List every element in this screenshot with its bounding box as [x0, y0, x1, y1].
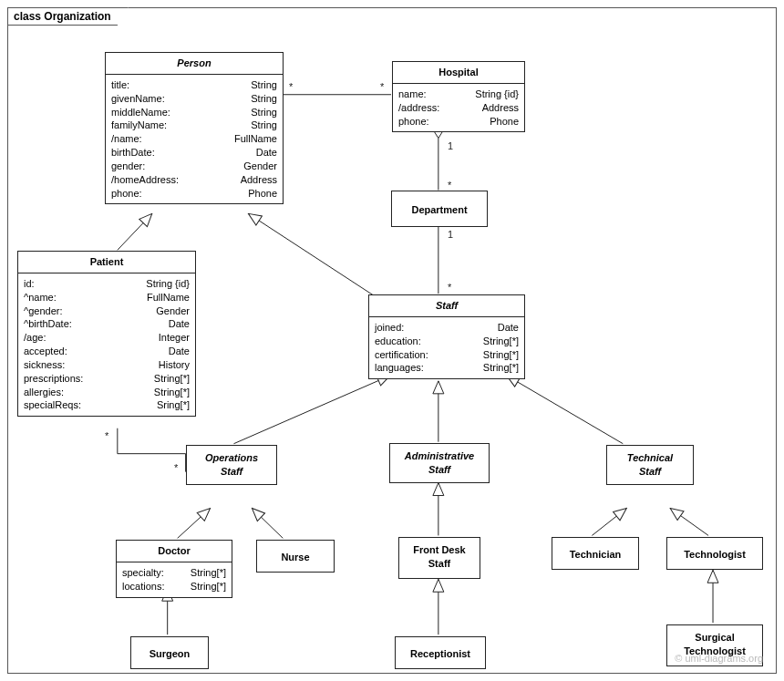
class-patient: Patient id:String {id} ^name:FullName ^g…: [17, 251, 196, 417]
svg-line-5: [233, 376, 390, 444]
class-title: Surgeon: [131, 637, 208, 670]
svg-line-7: [507, 376, 624, 444]
class-title: Doctor: [117, 541, 232, 562]
watermark: © uml-diagrams.org: [675, 653, 763, 664]
multiplicity: 1: [448, 140, 453, 151]
svg-line-9: [252, 508, 283, 538]
class-title: Technologist: [667, 538, 762, 571]
class-title: Administrative Staff: [390, 444, 489, 482]
svg-line-3: [118, 213, 152, 250]
class-technical-staff: Technical Staff: [606, 445, 694, 485]
multiplicity: *: [448, 180, 451, 191]
class-body: joined:Date education:String[*] certific…: [369, 317, 524, 378]
class-title: Front Desk Staff: [399, 538, 480, 576]
multiplicity: *: [380, 81, 384, 92]
class-technician: Technician: [552, 537, 639, 570]
multiplicity: 1: [448, 229, 453, 240]
class-title: Operations Staff: [187, 446, 276, 484]
package-organization: class Organization: [7, 7, 777, 674]
class-title: Hospital: [393, 62, 524, 84]
class-title: Patient: [18, 252, 195, 273]
class-title: Staff: [369, 295, 524, 317]
class-nurse: Nurse: [256, 540, 335, 573]
class-hospital: Hospital name:String {id} /address:Addre…: [392, 61, 525, 132]
multiplicity: *: [105, 430, 108, 441]
class-receptionist: Receptionist: [395, 636, 486, 669]
package-title: class Organization: [7, 7, 129, 26]
class-operations-staff: Operations Staff: [186, 445, 277, 485]
class-title: Nurse: [257, 541, 334, 573]
class-body: title:String givenName:String middleName…: [106, 75, 283, 204]
class-title: Receptionist: [396, 637, 485, 670]
multiplicity: *: [174, 462, 178, 473]
class-administrative-staff: Administrative Staff: [389, 443, 490, 483]
class-person: Person title:String givenName:String mid…: [105, 52, 284, 204]
class-title: Department: [392, 191, 487, 228]
svg-line-11: [592, 508, 626, 535]
svg-line-4: [248, 213, 379, 299]
class-title: Technician: [552, 538, 638, 571]
class-body: id:String {id} ^name:FullName ^gender:Ge…: [18, 273, 195, 416]
class-title: Technical Staff: [607, 446, 693, 484]
class-technologist: Technologist: [666, 537, 763, 570]
multiplicity: *: [448, 282, 451, 293]
class-body: name:String {id} /address:Address phone:…: [393, 84, 524, 132]
svg-line-12: [670, 508, 708, 535]
class-doctor: Doctor specialty:String[*] locations:Str…: [116, 540, 232, 598]
class-front-desk-staff: Front Desk Staff: [398, 537, 480, 579]
svg-line-8: [178, 508, 211, 538]
class-title: Person: [106, 53, 283, 75]
class-department: Department: [391, 191, 488, 227]
multiplicity: *: [289, 81, 293, 92]
class-surgeon: Surgeon: [130, 636, 209, 669]
class-staff: Staff joined:Date education:String[*] ce…: [368, 294, 525, 379]
class-body: specialty:String[*] locations:String[*]: [117, 562, 232, 597]
